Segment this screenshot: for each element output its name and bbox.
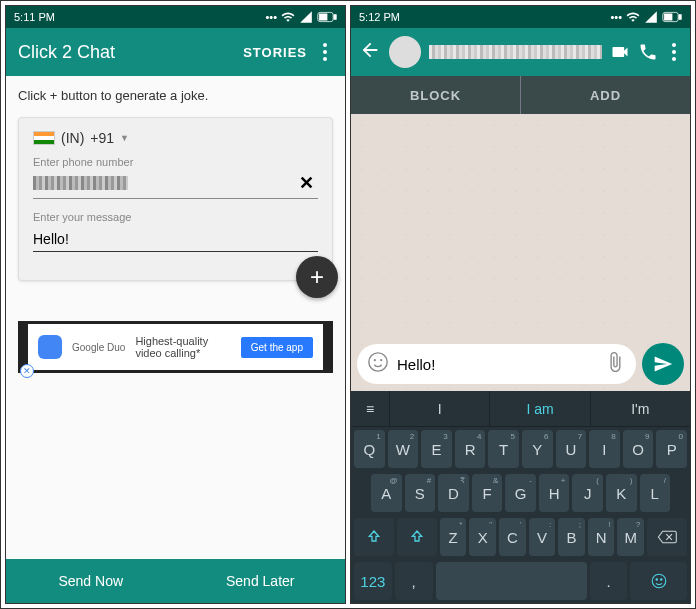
key-shift[interactable] bbox=[397, 518, 437, 556]
attach-icon[interactable] bbox=[604, 351, 626, 377]
key-g[interactable]: -G bbox=[505, 474, 536, 512]
status-icons: ••• bbox=[265, 10, 337, 24]
svg-rect-2 bbox=[319, 14, 327, 20]
key-period[interactable]: . bbox=[590, 562, 628, 600]
duo-icon bbox=[38, 335, 62, 359]
ad-text: Highest-quality video calling* bbox=[135, 335, 230, 359]
overflow-menu-icon[interactable] bbox=[317, 43, 333, 61]
send-now-button[interactable]: Send Now bbox=[6, 559, 176, 603]
key-u[interactable]: 7U bbox=[556, 430, 587, 468]
hint-text: Click + button to generate a joke. bbox=[18, 88, 333, 103]
add-tab[interactable]: ADD bbox=[521, 76, 690, 114]
avatar[interactable] bbox=[389, 36, 421, 68]
key-t[interactable]: 5T bbox=[488, 430, 519, 468]
svg-point-6 bbox=[369, 353, 387, 371]
bottom-bar: Send Now Send Later bbox=[6, 559, 345, 603]
left-screenshot: 5:11 PM ••• Click 2 Chat STORIES Click +… bbox=[5, 5, 346, 604]
svg-rect-5 bbox=[664, 14, 672, 20]
status-time: 5:12 PM bbox=[359, 11, 400, 23]
status-bar: 5:12 PM ••• bbox=[351, 6, 690, 28]
suggestion-3[interactable]: I'm bbox=[590, 391, 690, 426]
ad-close-icon[interactable]: ✕ bbox=[20, 364, 34, 378]
ad-brand: Google Duo bbox=[72, 342, 125, 353]
key-space[interactable] bbox=[436, 562, 587, 600]
svg-point-10 bbox=[656, 579, 658, 581]
key-y[interactable]: 6Y bbox=[522, 430, 553, 468]
key-backspace[interactable] bbox=[647, 518, 687, 556]
key-shift[interactable] bbox=[354, 518, 394, 556]
phone-label: Enter phone number bbox=[33, 156, 318, 168]
app-title: Click 2 Chat bbox=[18, 42, 233, 63]
ad-banner[interactable]: ✕ Google Duo Highest-quality video calli… bbox=[18, 321, 333, 373]
clear-icon[interactable]: ✕ bbox=[295, 172, 318, 194]
send-button[interactable] bbox=[642, 343, 684, 385]
key-o[interactable]: 9O bbox=[623, 430, 654, 468]
key-comma[interactable]: , bbox=[395, 562, 433, 600]
emoji-icon[interactable] bbox=[367, 351, 389, 377]
overflow-menu-icon[interactable] bbox=[666, 43, 682, 61]
key-123[interactable]: 123 bbox=[354, 562, 392, 600]
key-i[interactable]: 8I bbox=[589, 430, 620, 468]
key-v[interactable]: :V bbox=[529, 518, 556, 556]
key-x[interactable]: "X bbox=[469, 518, 496, 556]
svg-point-11 bbox=[660, 579, 662, 581]
status-time: 5:11 PM bbox=[14, 11, 55, 23]
send-later-button[interactable]: Send Later bbox=[176, 559, 346, 603]
key-c[interactable]: 'C bbox=[499, 518, 526, 556]
key-m[interactable]: ?M bbox=[617, 518, 644, 556]
svg-rect-1 bbox=[334, 15, 336, 20]
phone-input[interactable] bbox=[33, 176, 128, 190]
key-w[interactable]: 2W bbox=[388, 430, 419, 468]
ad-cta-button[interactable]: Get the app bbox=[241, 337, 313, 358]
key-h[interactable]: +H bbox=[539, 474, 570, 512]
key-z[interactable]: *Z bbox=[440, 518, 467, 556]
voice-call-icon[interactable] bbox=[638, 42, 658, 62]
key-f[interactable]: &F bbox=[472, 474, 503, 512]
key-k[interactable]: )K bbox=[606, 474, 637, 512]
action-tabs: BLOCK ADD bbox=[351, 76, 690, 114]
country-selector[interactable]: (IN) +91 ▼ bbox=[33, 130, 318, 146]
key-l[interactable]: /L bbox=[640, 474, 671, 512]
app-bar: Click 2 Chat STORIES bbox=[6, 28, 345, 76]
right-screenshot: 5:12 PM ••• BLOCK ADD bbox=[350, 5, 691, 604]
svg-point-7 bbox=[374, 359, 376, 361]
key-b[interactable]: ;B bbox=[558, 518, 585, 556]
compose-bar bbox=[351, 337, 690, 391]
svg-rect-4 bbox=[679, 15, 681, 20]
key-a[interactable]: @A bbox=[371, 474, 402, 512]
collapse-suggestions-icon[interactable]: ≡ bbox=[351, 391, 389, 426]
contact-name[interactable] bbox=[429, 45, 602, 59]
key-e[interactable]: 3E bbox=[421, 430, 452, 468]
chat-app-bar bbox=[351, 28, 690, 76]
message-label: Enter your message bbox=[33, 211, 318, 223]
status-bar: 5:11 PM ••• bbox=[6, 6, 345, 28]
message-input[interactable] bbox=[33, 227, 318, 252]
key-d[interactable]: ₹D bbox=[438, 474, 469, 512]
country-code: (IN) bbox=[61, 130, 84, 146]
flag-icon bbox=[33, 131, 55, 145]
key-j[interactable]: (J bbox=[572, 474, 603, 512]
svg-point-9 bbox=[652, 574, 666, 588]
back-button[interactable] bbox=[359, 39, 381, 65]
key-emoji-enter[interactable] bbox=[630, 562, 687, 600]
input-card: (IN) +91 ▼ Enter phone number ✕ Enter yo… bbox=[18, 117, 333, 281]
key-s[interactable]: #S bbox=[405, 474, 436, 512]
svg-point-8 bbox=[380, 359, 382, 361]
status-icons: ••• bbox=[610, 10, 682, 24]
suggestion-2[interactable]: I am bbox=[489, 391, 589, 426]
fab-add-button[interactable]: + bbox=[296, 256, 338, 298]
stories-button[interactable]: STORIES bbox=[243, 45, 307, 60]
message-input[interactable] bbox=[397, 356, 596, 373]
video-call-icon[interactable] bbox=[610, 42, 630, 62]
block-tab[interactable]: BLOCK bbox=[351, 76, 520, 114]
dial-code: +91 bbox=[90, 130, 114, 146]
key-n[interactable]: !N bbox=[588, 518, 615, 556]
key-q[interactable]: 1Q bbox=[354, 430, 385, 468]
key-r[interactable]: 4R bbox=[455, 430, 486, 468]
key-p[interactable]: 0P bbox=[656, 430, 687, 468]
chat-background bbox=[351, 114, 690, 391]
suggestion-1[interactable]: I bbox=[389, 391, 489, 426]
keyboard: ≡ I I am I'm 1Q2W3E4R5T6Y7U8I9O0P @A#S₹D… bbox=[351, 391, 690, 603]
